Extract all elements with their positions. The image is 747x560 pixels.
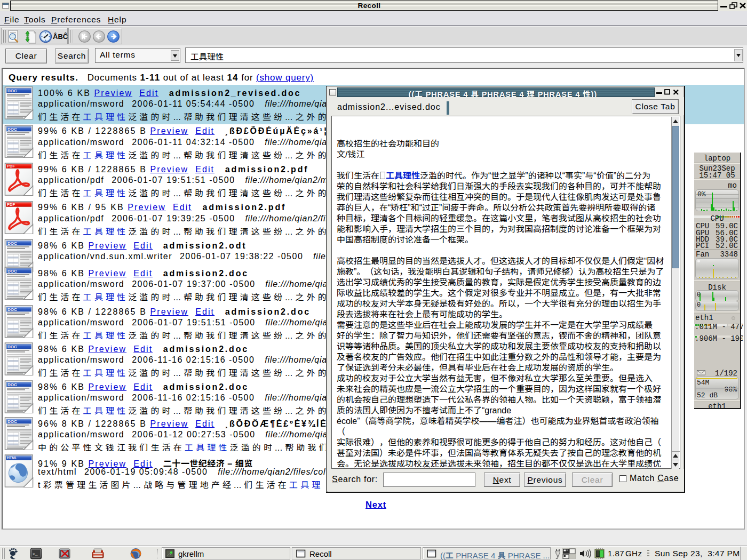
svg-text:DOC: DOC: [7, 382, 17, 387]
svg-text:>_: >_: [33, 551, 38, 556]
svg-text:PDF: PDF: [7, 164, 15, 169]
svg-text:PDF: PDF: [7, 202, 15, 207]
svg-text:DOC: DOC: [7, 89, 17, 93]
svg-text:DOC: DOC: [7, 307, 17, 312]
svg-text:HTML: HTML: [7, 456, 17, 460]
svg-text:DOC: DOC: [7, 126, 17, 131]
svg-text:DOC: DOC: [7, 419, 17, 424]
svg-text:DOC: DOC: [7, 241, 17, 246]
svg-text:DOC: DOC: [7, 345, 17, 349]
svg-text:DOC: DOC: [7, 269, 17, 274]
